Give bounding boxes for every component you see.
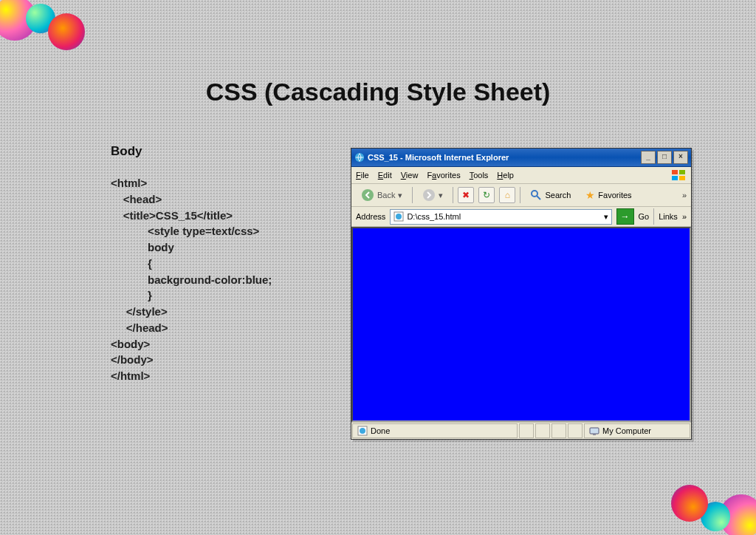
status-slot xyxy=(568,423,583,438)
home-icon: ⌂ xyxy=(505,190,510,200)
chevron-down-icon[interactable]: ▾ xyxy=(604,212,608,222)
home-button[interactable]: ⌂ xyxy=(499,187,515,203)
svg-rect-2 xyxy=(679,170,685,174)
done-icon xyxy=(357,426,368,436)
toolbar-overflow[interactable]: » xyxy=(682,191,687,200)
back-icon xyxy=(361,188,374,202)
svg-rect-13 xyxy=(590,428,599,434)
status-slot xyxy=(519,423,534,438)
stop-icon: ✖ xyxy=(462,190,470,200)
svg-line-8 xyxy=(537,196,540,200)
chevron-down-icon: ▾ xyxy=(398,191,402,200)
links-label[interactable]: Links xyxy=(659,212,678,221)
menu-help[interactable]: Help xyxy=(497,171,514,180)
address-label: Address xyxy=(356,212,385,221)
separator xyxy=(412,187,413,203)
svg-rect-3 xyxy=(672,176,678,180)
stop-button[interactable]: ✖ xyxy=(458,187,474,203)
menu-file[interactable]: File xyxy=(356,171,369,180)
separator xyxy=(653,208,654,225)
svg-rect-4 xyxy=(679,176,685,180)
computer-icon xyxy=(589,426,599,436)
windows-flag-icon xyxy=(670,168,687,182)
svg-point-10 xyxy=(396,214,402,219)
star-icon: ★ xyxy=(585,189,595,201)
page-title: CSS (Cascading Style Sheet) xyxy=(0,0,756,106)
toolbar: Back ▾ ▾ ✖ ↻ ⌂ Search ★ Favorites » xyxy=(351,184,691,207)
refresh-icon: ↻ xyxy=(483,190,490,200)
go-label: Go xyxy=(639,212,650,221)
status-slot xyxy=(535,423,550,438)
ie-window: CSS_15 - Microsoft Internet Explorer _ □… xyxy=(351,148,692,440)
decorative-swirl-bottom-right xyxy=(667,483,756,535)
go-button[interactable]: → xyxy=(616,208,634,225)
section-label: Body xyxy=(111,144,347,159)
address-bar: Address D:\css_15.html ▾ → Go Links » xyxy=(351,207,691,227)
menu-favorites[interactable]: Favorites xyxy=(427,171,460,180)
svg-point-7 xyxy=(532,191,537,197)
menu-tools[interactable]: Tools xyxy=(470,171,489,180)
statusbar: Done My Computer xyxy=(351,422,691,439)
separator xyxy=(520,187,520,203)
separator xyxy=(453,187,453,203)
address-input[interactable]: D:\css_15.html ▾ xyxy=(390,209,611,225)
search-button[interactable]: Search xyxy=(525,185,576,205)
titlebar: CSS_15 - Microsoft Internet Explorer _ □… xyxy=(351,149,691,167)
svg-rect-14 xyxy=(593,434,596,435)
svg-rect-1 xyxy=(672,170,678,174)
chevron-down-icon: ▾ xyxy=(439,191,443,200)
status-text: Done xyxy=(371,426,390,435)
search-icon xyxy=(530,189,542,201)
code-block: <html> <head> <title>CSS_15</title> <sty… xyxy=(111,175,347,384)
svg-point-5 xyxy=(362,189,374,201)
ie-logo-icon xyxy=(354,152,365,163)
maximize-button[interactable]: □ xyxy=(657,151,672,164)
favorites-button[interactable]: ★ Favorites xyxy=(580,185,636,205)
minimize-button[interactable]: _ xyxy=(641,151,656,164)
svg-point-6 xyxy=(423,189,435,201)
status-slot xyxy=(551,423,566,438)
svg-point-12 xyxy=(360,428,365,434)
links-overflow[interactable]: » xyxy=(682,212,687,221)
code-section: Body <html> <head> <title>CSS_15</title>… xyxy=(111,144,347,384)
menu-view[interactable]: View xyxy=(401,171,419,180)
forward-icon xyxy=(422,188,436,202)
menubar: File Edit View Favorites Tools Help xyxy=(351,167,691,184)
back-button[interactable]: Back ▾ xyxy=(356,185,408,205)
ie-page-icon xyxy=(394,211,404,222)
window-title: CSS_15 - Microsoft Internet Explorer xyxy=(368,153,509,162)
page-viewport xyxy=(351,227,691,422)
refresh-button[interactable]: ↻ xyxy=(478,187,495,203)
forward-button[interactable]: ▾ xyxy=(417,185,448,205)
close-button[interactable]: × xyxy=(673,151,688,164)
menu-edit[interactable]: Edit xyxy=(378,171,392,180)
zone-text: My Computer xyxy=(602,426,651,435)
